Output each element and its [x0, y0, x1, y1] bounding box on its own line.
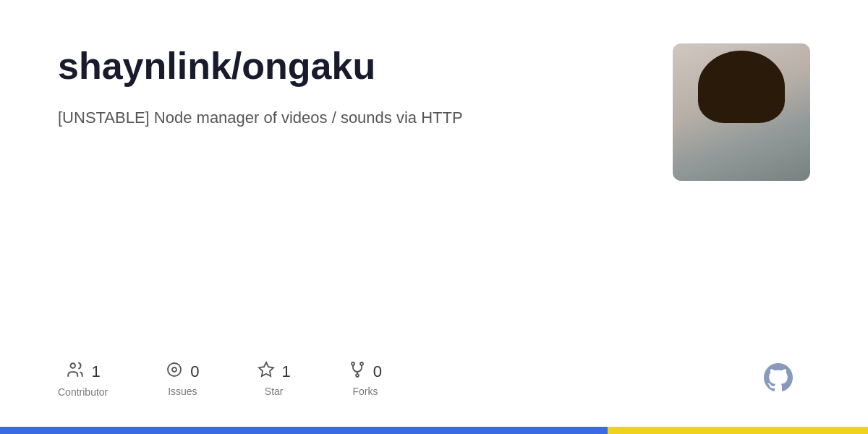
repo-description: [UNSTABLE] Node manager of videos / soun…: [58, 106, 477, 129]
issues-count: 0: [190, 362, 199, 381]
stat-issues[interactable]: 0 Issues: [166, 361, 199, 397]
forks-label: Forks: [352, 386, 378, 397]
avatar: [673, 43, 810, 181]
footer-bar: [0, 427, 868, 434]
footer-blue: [0, 427, 608, 434]
stat-star[interactable]: 1 Star: [258, 361, 291, 397]
stat-star-top: 1: [258, 361, 291, 383]
stat-contributors-top: 1: [66, 360, 101, 383]
star-label: Star: [265, 386, 284, 397]
footer-yellow: [608, 427, 868, 434]
svg-point-1: [168, 363, 181, 376]
repo-owner: shaynlink/: [58, 45, 242, 87]
forks-count: 0: [373, 362, 382, 381]
svg-marker-3: [259, 362, 273, 376]
star-icon: [258, 361, 275, 383]
svg-point-5: [360, 362, 363, 365]
issues-icon: [166, 361, 183, 383]
contributors-label: Contributor: [58, 386, 108, 398]
contributors-count: 1: [92, 362, 101, 381]
svg-point-4: [352, 362, 354, 365]
issues-label: Issues: [168, 386, 197, 397]
star-count: 1: [282, 362, 291, 381]
avatar-image: [673, 43, 810, 181]
stats-section: 1 Contributor 0 Issues: [58, 331, 810, 398]
stat-forks[interactable]: 0 Forks: [349, 361, 382, 397]
stat-issues-top: 0: [166, 361, 199, 383]
repo-title: shaynlink/ongaku: [58, 43, 644, 88]
svg-point-2: [172, 367, 176, 372]
svg-point-6: [356, 374, 359, 377]
github-link[interactable]: [761, 360, 796, 398]
repo-info: shaynlink/ongaku [UNSTABLE] Node manager…: [58, 43, 673, 129]
top-section: shaynlink/ongaku [UNSTABLE] Node manager…: [58, 43, 810, 181]
forks-icon: [349, 361, 366, 383]
stat-forks-top: 0: [349, 361, 382, 383]
contributors-icon: [66, 360, 85, 383]
main-content: shaynlink/ongaku [UNSTABLE] Node manager…: [0, 0, 868, 427]
stat-contributors[interactable]: 1 Contributor: [58, 360, 108, 398]
repo-name: ongaku: [242, 45, 375, 87]
svg-point-0: [70, 363, 75, 368]
